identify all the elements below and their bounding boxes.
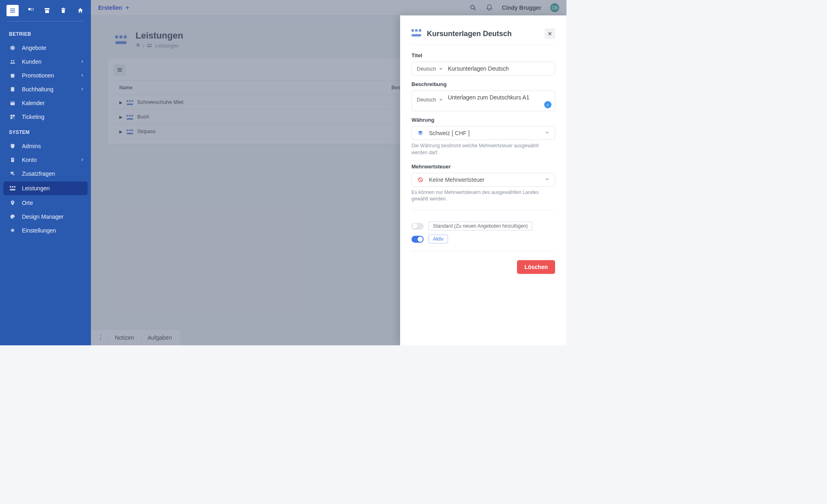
nav-label: Buchhaltung [22, 86, 54, 93]
delete-button[interactable]: Löschen [517, 260, 555, 274]
svg-rect-17 [14, 186, 16, 188]
sidebar-section-betrieb: BETRIEB [0, 26, 91, 41]
title-lang-select[interactable]: Deutsch [417, 66, 443, 72]
vat-label: Mehrwertsteuer [411, 164, 555, 170]
active-toggle-label: Aktiv [429, 235, 448, 243]
currency-help: Die Währung bestimmt welche Mehrwertsteu… [411, 142, 555, 156]
sidebar-item-angebote[interactable]: Angebote [0, 41, 91, 55]
svg-point-1 [13, 60, 14, 62]
svg-rect-12 [13, 159, 13, 159]
svg-rect-15 [10, 186, 11, 188]
blocks-icon [9, 185, 16, 192]
active-toggle[interactable] [411, 236, 424, 243]
currency-label: Währung [411, 117, 555, 123]
svg-point-0 [11, 60, 13, 62]
svg-rect-18 [10, 189, 15, 191]
vat-select[interactable]: Keine Mehrwertsteuer [411, 173, 555, 187]
svg-rect-43 [415, 29, 418, 32]
currency-select[interactable]: Schweiz [ CHF ] [411, 126, 555, 140]
vat-help: Es können nur Mehrwertsteuern des ausgew… [411, 189, 555, 203]
currency-value: Schweiz [ CHF ] [429, 130, 469, 136]
svg-rect-8 [13, 117, 14, 118]
sidebar-item-kalender[interactable]: Kalender [0, 96, 91, 110]
nav-label: Kunden [22, 58, 41, 65]
desc-field: Deutsch ✓ ⋰ [411, 90, 555, 111]
qr-icon [9, 113, 16, 121]
home-icon[interactable] [76, 6, 84, 15]
svg-rect-14 [13, 159, 13, 160]
users-icon [9, 58, 16, 65]
menu-toggle-button[interactable] [6, 5, 19, 16]
svg-rect-5 [11, 115, 13, 117]
sidebar-item-design-manager[interactable]: Design Manager [0, 210, 91, 224]
desc-label: Beschreibung [411, 81, 555, 87]
nav-label: Orte [22, 200, 33, 206]
standard-toggle-label: Standard (Zu neuen Angeboten hinzufügen) [429, 222, 532, 230]
svg-rect-44 [419, 29, 421, 32]
sidebar-item-konto[interactable]: Konto [0, 153, 91, 167]
trash-icon[interactable] [59, 6, 67, 15]
panel-icon [411, 29, 421, 38]
sidebar-item-orte[interactable]: Orte [0, 196, 91, 210]
shield-icon [9, 142, 16, 150]
sidebar-item-buchhaltung[interactable]: Buchhaltung [0, 82, 91, 96]
sidebar-item-zusatzfragen[interactable]: Zusatzfragen [0, 167, 91, 181]
title-label: Titel [411, 52, 555, 58]
pin-icon [9, 199, 16, 207]
standard-toggle[interactable] [411, 223, 424, 230]
archive-icon[interactable] [43, 6, 51, 15]
close-button[interactable] [545, 28, 555, 39]
sidebar-item-promotionen[interactable]: Promotionen [0, 69, 91, 82]
desc-input[interactable] [448, 94, 550, 101]
title-input[interactable] [448, 65, 550, 72]
nav-label: Admins [22, 143, 41, 149]
svg-rect-2 [11, 75, 15, 75]
nav-label: Promotionen [22, 72, 54, 79]
sidebar-item-ticketing[interactable]: Ticketing [0, 110, 91, 124]
book-icon [9, 86, 16, 93]
chevron-right-icon [80, 72, 84, 79]
gear-icon [9, 227, 16, 234]
chevron-down-icon [545, 130, 550, 136]
check-icon: ✓ [544, 101, 551, 108]
sidebar-item-admins[interactable]: Admins [0, 139, 91, 153]
svg-rect-3 [11, 75, 14, 78]
chevron-right-icon [80, 58, 84, 65]
building-icon [9, 156, 16, 164]
sidebar-item-kunden[interactable]: Kunden [0, 55, 91, 69]
svg-rect-10 [11, 158, 14, 162]
svg-rect-11 [12, 159, 12, 159]
chat-icon [9, 170, 16, 177]
svg-rect-16 [12, 186, 13, 188]
cube-icon [9, 44, 16, 52]
no-vat-icon [417, 177, 424, 183]
panel-title: Kursunterlagen Deutsch [427, 30, 512, 38]
nav-label: Design Manager [22, 213, 64, 220]
add-item-icon[interactable] [27, 6, 35, 15]
nav-label: Angebote [22, 45, 46, 51]
desc-lang-select[interactable]: Deutsch [417, 97, 443, 103]
detail-panel: Kursunterlagen Deutsch Titel Deutsch Bes… [400, 15, 566, 345]
svg-rect-6 [13, 115, 15, 117]
svg-rect-45 [411, 34, 421, 37]
chevron-right-icon [80, 86, 84, 93]
svg-rect-4 [11, 101, 15, 105]
nav-label: Zusatzfragen [22, 170, 55, 177]
calendar-icon [9, 99, 16, 107]
currency-icon [417, 130, 424, 136]
nav-label: Kalender [22, 100, 45, 106]
nav-label: Leistungen [22, 185, 50, 192]
sidebar: BETRIEB AngeboteKundenPromotionenBuchhal… [0, 0, 91, 345]
svg-rect-7 [11, 117, 13, 119]
sidebar-item-leistungen[interactable]: Leistungen [3, 181, 88, 195]
sidebar-item-einstellungen[interactable]: Einstellungen [0, 224, 91, 237]
sidebar-section-system: SYSTEM [0, 124, 91, 139]
gift-icon [9, 72, 16, 79]
title-field: Deutsch [411, 62, 555, 75]
chevron-down-icon [545, 177, 550, 183]
vat-value: Keine Mehrwertsteuer [429, 177, 485, 183]
nav-label: Konto [22, 157, 37, 163]
nav-label: Ticketing [22, 114, 45, 120]
svg-rect-13 [12, 159, 12, 160]
chevron-right-icon [80, 157, 84, 163]
